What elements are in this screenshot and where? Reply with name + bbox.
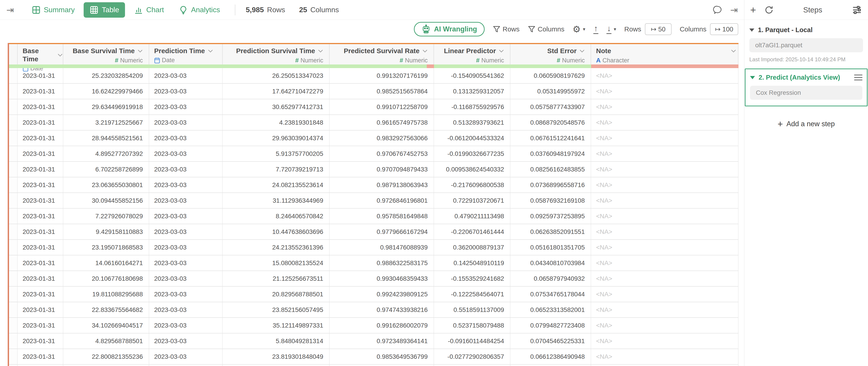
chevron-down-icon[interactable] [499, 49, 504, 53]
table-cell: 0.9616574975738 [330, 115, 434, 130]
table-cell: 2023-01-31 [18, 193, 63, 208]
chevron-down-icon[interactable] [57, 53, 63, 57]
collapse-twisty-icon[interactable] [749, 28, 754, 32]
row-gutter-cell [9, 287, 18, 302]
table-cell: <NA> [591, 240, 739, 255]
table-cell: 4.829568788501 [63, 333, 149, 348]
column-header-linear-predictor[interactable]: Linear Predictor#Numeric [434, 44, 510, 64]
table-cell: 20.106776180698 [63, 271, 149, 286]
table-cell: 24.213552361396 [223, 240, 330, 255]
step-detail-box[interactable]: Cox Regression [750, 86, 862, 100]
table-row: 2023-01-3128.9445585215612023-03-0329.96… [9, 131, 739, 146]
column-header-std-error[interactable]: Std Error#Numeric [510, 44, 591, 64]
hamburger-menu-icon[interactable] [854, 75, 862, 80]
step-card-predict-analytics-view[interactable]: 2. Predict (Analytics View)Cox Regressio… [745, 68, 868, 106]
table-cell: -0.1540905541362 [434, 68, 510, 83]
divider [235, 4, 235, 16]
collapse-twisty-icon[interactable] [750, 76, 755, 79]
chevron-down-icon[interactable] [731, 49, 736, 53]
table-cell: 0.7229103720671 [434, 193, 510, 208]
table-cell: 0.9924239809125 [330, 287, 434, 302]
funnel-icon [528, 25, 535, 33]
comment-icon[interactable] [713, 5, 722, 15]
table-cell: 0.05161801351705 [510, 240, 591, 255]
chevron-down-icon[interactable] [422, 49, 428, 53]
refresh-icon[interactable] [764, 5, 774, 15]
step-title: 2. Predict (Analytics View) [758, 74, 840, 81]
collapse-left-icon[interactable]: ⇥ [6, 5, 14, 15]
column-type-label: Numeric [301, 57, 323, 64]
sliders-icon[interactable] [852, 5, 862, 15]
table-cell: 22.800821355236 [63, 349, 149, 364]
table-cell: 0.04340810703984 [510, 255, 591, 271]
tab-chart[interactable]: Chart [128, 2, 170, 18]
table-cell: <NA> [591, 208, 739, 224]
step-detail-box[interactable]: olt7aGI1.parquet [749, 38, 863, 52]
table-cell: -0.2176096800538 [434, 177, 510, 193]
app-window: ⇥ SummaryTableChartAnalytics 5,985 Rows … [0, 0, 868, 366]
column-header-base-time[interactable]: Base TimeDate [18, 44, 63, 64]
tab-label: Summary [44, 6, 75, 14]
chevron-down-icon[interactable] [318, 49, 323, 53]
upload-icon[interactable]: ↑ [593, 24, 598, 34]
columns-limit-input[interactable]: ↦ 100 [710, 23, 738, 35]
collapse-right-icon[interactable]: ⇥ [730, 5, 738, 15]
row-gutter-cell [9, 365, 18, 366]
chevron-down-icon[interactable] [137, 49, 143, 53]
table-row: 2023-01-3130.0944558521562023-03-0331.11… [9, 193, 739, 208]
table-cell: 0.009538624540332 [434, 162, 510, 177]
table-cell: <NA> [591, 131, 739, 146]
row-gutter-header [9, 44, 18, 64]
column-type-label: Character [602, 57, 629, 64]
steps-sidebar: 1. Parquet - Localolt7aGI1.parquetLast I… [744, 20, 868, 366]
add-step-plus-icon[interactable]: + [750, 5, 756, 15]
column-count-value: 25 [299, 6, 307, 14]
step-card-parquet-local[interactable]: 1. Parquet - Localolt7aGI1.parquetLast I… [744, 24, 868, 63]
table-cell: 17.642710472279 [223, 84, 330, 99]
lightbulb-icon [179, 5, 188, 15]
table-cell: 8.246406570842 [223, 208, 330, 224]
column-title: Prediction Time [154, 47, 205, 55]
column-title: Std Error [547, 47, 577, 55]
table-cell: 2023-03-03 [149, 349, 223, 364]
quality-segment-prediction-time [149, 64, 223, 68]
table-cell: <NA> [591, 99, 739, 114]
row-gutter-cell [9, 84, 18, 99]
ai-wrangling-button[interactable]: AI Wrangling [414, 22, 485, 36]
filter-columns-button[interactable]: Columns [528, 25, 564, 33]
column-header-prediction-survival-time[interactable]: Prediction Survival Time#Numeric [223, 44, 330, 64]
table-cell: 14.06160164271 [63, 255, 149, 271]
column-header-prediction-time[interactable]: Prediction TimeDate [149, 44, 223, 64]
tab-table[interactable]: Table [84, 2, 125, 18]
quality-segment-prediction-survival-time [223, 64, 330, 68]
table-row: 2023-01-3119.8110882956882023-03-0320.82… [9, 287, 739, 302]
table-cell: <NA> [591, 177, 739, 193]
column-header-note[interactable]: NoteACharacter [591, 44, 739, 64]
numeric-type-icon: # [295, 57, 299, 64]
filter-rows-button[interactable]: Rows [493, 25, 520, 33]
column-header-base-survival-time[interactable]: Base Survival Time#Numeric [63, 44, 149, 64]
tab-analytics[interactable]: Analytics [173, 2, 226, 18]
row-gutter-cell [9, 146, 18, 161]
calendar-icon [154, 57, 160, 63]
download-button[interactable]: ↓ ▾ [607, 24, 616, 34]
rows-limit-input[interactable]: ↦ 50 [645, 23, 672, 35]
table-settings-button[interactable]: ⚙ ▾ [572, 24, 585, 34]
table-cell: 2023-03-03 [149, 333, 223, 348]
tab-summary[interactable]: Summary [26, 2, 81, 18]
gear-icon: ⚙ [572, 24, 581, 34]
column-title: Note [596, 47, 611, 55]
quality-segment-base-survival-time [63, 64, 149, 68]
table-cell: 2023-01-31 [18, 287, 63, 302]
table-cell: 2023-03-03 [149, 255, 223, 271]
table-cell: 2023-03-03 [149, 162, 223, 177]
dataset-counts: 5,985 Rows 25 Columns [246, 6, 339, 14]
column-header-predicted-survival-rate[interactable]: Predicted Survival Rate#Numeric [330, 44, 434, 64]
table-cell: 19.811088295688 [63, 287, 149, 302]
add-new-step-button[interactable]: + Add a new step [744, 119, 868, 129]
chevron-down-icon[interactable] [579, 49, 585, 53]
table-cell: <NA> [591, 84, 739, 99]
table-cell: 0.0658797940932 [510, 271, 591, 286]
chevron-down-icon[interactable] [208, 49, 213, 53]
table-cell: 0.09259737253895 [510, 208, 591, 224]
